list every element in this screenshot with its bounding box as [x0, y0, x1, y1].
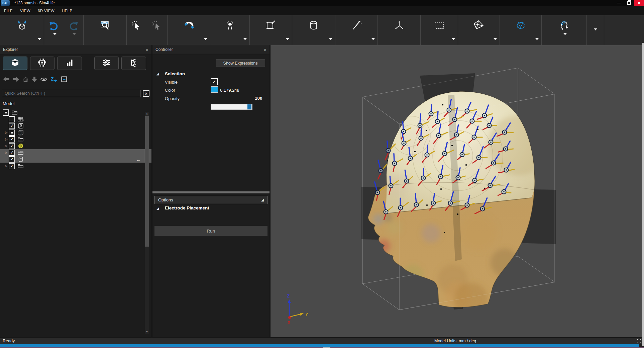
- controller-panel: Controller × Show Expressions ◢ Selectio…: [152, 45, 270, 337]
- toolbar-button-sub[interactable]: [147, 15, 168, 45]
- show-expressions-button[interactable]: Show Expressions: [216, 59, 265, 67]
- toolbar-button-select[interactable]: [127, 15, 147, 45]
- tree-checkbox[interactable]: [3, 109, 9, 116]
- back-icon[interactable]: [3, 77, 9, 82]
- tree-checkbox[interactable]: [9, 129, 15, 136]
- eye-icon[interactable]: [40, 77, 47, 82]
- tree-row[interactable]: ▷: [0, 129, 151, 136]
- opacity-slider-handle[interactable]: [247, 104, 251, 109]
- scroll-up-icon[interactable]: ▲: [145, 112, 149, 115]
- close-button[interactable]: ×: [634, 0, 644, 6]
- menu-help[interactable]: HELP: [62, 9, 73, 13]
- tree-checkbox[interactable]: ✓: [9, 123, 15, 129]
- tree-checkbox[interactable]: ✓: [9, 150, 15, 156]
- explorer-header: Explorer ×: [0, 45, 151, 54]
- selection-collapse-icon[interactable]: ◢: [156, 72, 159, 76]
- visible-label: Visible: [165, 80, 178, 85]
- toolbar-button-vip-tools[interactable]: [500, 15, 541, 45]
- zorder-icon[interactable]: Z: [51, 76, 58, 82]
- toolbar-button-move[interactable]: [378, 15, 420, 45]
- toolbar-button-templates[interactable]: [335, 15, 378, 45]
- chevron-down-icon: [452, 38, 455, 40]
- tree-checkbox[interactable]: ✓: [9, 143, 15, 149]
- tree-row[interactable]: ▷✓: [0, 143, 151, 149]
- window-title: *123.smash - Sim4Life: [14, 1, 55, 5]
- undo-icon: [48, 18, 60, 32]
- toolbar-button-tools[interactable]: [210, 15, 249, 45]
- collapse-icon[interactable]: [61, 76, 67, 82]
- explorer-close-icon[interactable]: ×: [145, 47, 148, 52]
- home-icon[interactable]: [23, 77, 28, 82]
- expander-icon[interactable]: ▷: [4, 144, 9, 148]
- chevron-down-icon: [53, 33, 57, 35]
- toolbar-button-overflow[interactable]: [587, 15, 604, 45]
- toolbar-button-extract[interactable]: [421, 15, 458, 45]
- explorer-tab-cube[interactable]: [3, 57, 27, 70]
- toolbar-button-solids[interactable]: [292, 15, 335, 45]
- menu-3d-view[interactable]: 3D VIEW: [38, 9, 55, 13]
- options-bar[interactable]: Options ◢: [154, 196, 267, 204]
- expander-icon[interactable]: ▷: [4, 164, 9, 168]
- templates-icon: [350, 18, 362, 32]
- tree-row[interactable]: ▷✓: [0, 136, 151, 143]
- electrode-collapse-icon[interactable]: ◢: [156, 206, 159, 210]
- toolbar-group: [292, 15, 335, 45]
- restore-button[interactable]: [624, 0, 634, 6]
- expander-icon[interactable]: ▷: [4, 151, 9, 154]
- scrollbar-thumb[interactable]: [145, 116, 149, 247]
- controller-close-icon[interactable]: ×: [263, 47, 266, 52]
- toolbar-button-imp-export[interactable]: [0, 15, 44, 45]
- tree-row[interactable]: [0, 116, 151, 122]
- run-button[interactable]: Run: [154, 226, 267, 236]
- menu-view[interactable]: VIEW: [20, 9, 30, 13]
- right-edge-grip[interactable]: [642, 43, 644, 346]
- tree-checkbox[interactable]: ✓: [9, 163, 15, 169]
- minimize-button[interactable]: [614, 0, 624, 6]
- toolbar-group: [542, 15, 587, 45]
- scroll-down-icon[interactable]: ▼: [145, 330, 149, 334]
- menu-file[interactable]: FILE: [4, 9, 13, 13]
- toolbar-button-view-analysis[interactable]: [84, 15, 126, 45]
- tree-row[interactable]: ▷✓: [0, 149, 151, 156]
- controller-splitter[interactable]: [152, 191, 270, 193]
- explorer-scrollbar[interactable]: ▲ ▼: [145, 112, 149, 334]
- scene-canvas[interactable]: Z Y X: [271, 45, 644, 337]
- toolbar-button-undo[interactable]: [44, 15, 64, 45]
- folder-icon: [18, 150, 23, 156]
- explorer-tab-chip[interactable]: [30, 57, 55, 70]
- toolbar-button-snapping[interactable]: [168, 15, 210, 45]
- color-swatch[interactable]: [211, 86, 218, 93]
- tree-section-label: Model: [0, 97, 151, 109]
- explorer-tab-treeview[interactable]: [121, 57, 146, 70]
- toolbar-button-mesh-tools[interactable]: [458, 15, 500, 45]
- vip-tools-icon: [515, 18, 527, 32]
- headbox-icon: [18, 123, 23, 129]
- expander-icon[interactable]: ▷: [4, 131, 9, 134]
- down-icon[interactable]: [32, 77, 37, 82]
- brain-icon: [18, 143, 23, 149]
- tree-row[interactable]: ✓←: [0, 156, 151, 163]
- options-collapse-icon[interactable]: ◢: [261, 198, 264, 202]
- explorer-tab-sliders[interactable]: [94, 57, 119, 70]
- tree-row[interactable]: ▷✓: [0, 163, 151, 169]
- clear-search-icon[interactable]: ×: [143, 90, 149, 97]
- opacity-slider[interactable]: [211, 104, 252, 110]
- sliders-icon: [102, 58, 111, 69]
- forward-icon[interactable]: [13, 77, 19, 82]
- toolbar-button-head-modeling[interactable]: [542, 15, 586, 45]
- quick-search-input[interactable]: [2, 90, 140, 97]
- tree-checkbox[interactable]: ✓: [9, 136, 15, 143]
- explorer-tab-bars[interactable]: [57, 57, 82, 70]
- tree-row[interactable]: ✓: [0, 122, 151, 129]
- status-bar: Ready Model Units: mm / deg: [0, 337, 644, 344]
- tree-checkbox[interactable]: ✓: [9, 156, 15, 163]
- tree-checkbox[interactable]: [9, 116, 15, 122]
- visible-checkbox[interactable]: ✓: [211, 78, 218, 85]
- toolbar-button-redo[interactable]: [64, 15, 84, 45]
- explorer-nav-toolbar: Z: [0, 70, 151, 84]
- toolbar-button-sketch[interactable]: [250, 15, 292, 45]
- expander-icon[interactable]: ▷: [4, 138, 9, 141]
- snapping-icon: [183, 18, 195, 32]
- tree-row[interactable]: [0, 109, 151, 116]
- viewport-3d[interactable]: Z Y X: [271, 45, 644, 337]
